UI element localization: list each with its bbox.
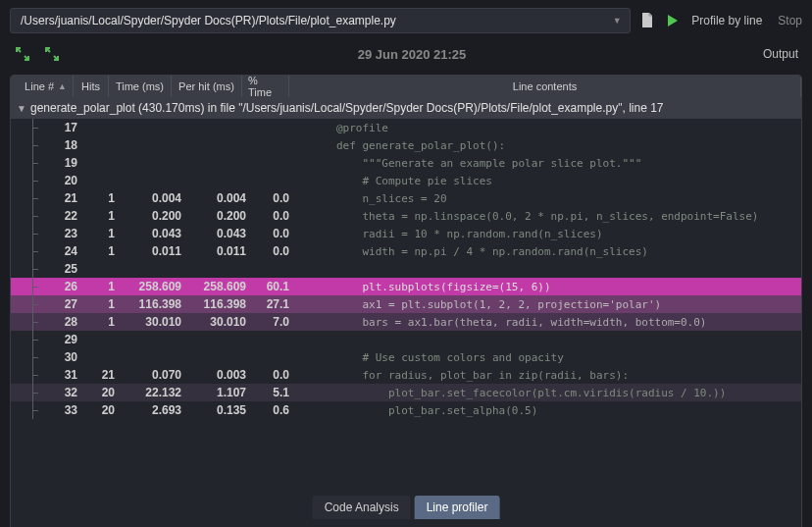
- cell-line: 30: [40, 350, 83, 364]
- cell-pct: 0.0: [250, 227, 297, 240]
- file-path-input[interactable]: /Users/juanis/Local/Spyder/Spyder Docs(P…: [10, 8, 631, 33]
- cell-time: 258.609: [123, 280, 185, 293]
- cell-line: 31: [40, 368, 83, 382]
- cell-perhit: 0.011: [185, 244, 250, 258]
- cell-line: 23: [40, 227, 83, 240]
- profiler-row[interactable]: 322022.1321.1075.1 plot_bar.set_facecolo…: [11, 384, 801, 401]
- cell-time: 0.004: [123, 191, 185, 205]
- profiler-row[interactable]: 29: [11, 331, 801, 348]
- profile-by-line-button[interactable]: Profile by line: [691, 14, 762, 27]
- column-header-hits[interactable]: Hits: [74, 76, 109, 97]
- data-rows: 17@profile18def generate_polar_plot():19…: [11, 119, 801, 419]
- profiler-row[interactable]: 17@profile: [11, 119, 801, 136]
- sub-toolbar: 29 Jun 2020 21:25 Output: [0, 41, 812, 69]
- cell-code: """Generate an example polar slice plot.…: [297, 157, 801, 170]
- cell-code: for radius, plot_bar in zip(radii, bars)…: [297, 369, 801, 382]
- cell-perhit: 30.010: [185, 315, 250, 329]
- cell-perhit: 116.398: [185, 297, 250, 311]
- cell-time: 116.398: [123, 297, 185, 311]
- profiler-row[interactable]: 271116.398116.39827.1 ax1 = plt.subplot(…: [11, 295, 801, 313]
- profiler-row[interactable]: 20 # Compute pie slices: [11, 172, 801, 189]
- cell-line: 32: [40, 386, 83, 399]
- cell-perhit: 258.609: [185, 280, 250, 293]
- profiler-row[interactable]: 25: [11, 260, 801, 278]
- column-header-time[interactable]: Time (ms): [109, 76, 172, 97]
- cell-hits: 1: [83, 297, 123, 311]
- cell-code: plot_bar.set_alpha(0.5): [297, 404, 801, 417]
- cell-hits: 20: [83, 403, 123, 417]
- profiler-row[interactable]: 31210.0700.0030.0 for radius, plot_bar i…: [11, 366, 801, 384]
- column-header-contents[interactable]: Line contents: [289, 76, 801, 97]
- profiler-row[interactable]: 19 """Generate an example polar slice pl…: [11, 154, 801, 172]
- cell-hits: 1: [83, 280, 123, 293]
- cell-time: 0.070: [123, 368, 185, 382]
- tab-code-analysis[interactable]: Code Analysis: [313, 496, 411, 519]
- cell-hits: 1: [83, 315, 123, 329]
- cell-line: 21: [40, 191, 83, 205]
- function-summary-row[interactable]: ▼ generate_polar_plot (430.170ms) in fil…: [11, 97, 801, 119]
- collapse-all-icon[interactable]: [14, 45, 31, 63]
- profiler-row[interactable]: 261258.609258.60960.1 plt.subplots(figsi…: [11, 278, 801, 295]
- cell-line: 25: [40, 262, 83, 276]
- cell-pct: 0.0: [250, 209, 297, 223]
- chevron-down-icon[interactable]: ▼: [608, 12, 626, 29]
- cell-line: 28: [40, 315, 83, 329]
- cell-perhit: 0.135: [185, 403, 250, 417]
- cell-code: width = np.pi / 4 * np.random.rand(n_sli…: [297, 245, 801, 258]
- cell-code: theta = np.linspace(0.0, 2 * np.pi, n_sl…: [297, 210, 801, 223]
- run-timestamp: 29 Jun 2020 21:25: [73, 47, 751, 62]
- cell-time: 2.693: [123, 403, 185, 417]
- cell-time: 0.200: [123, 209, 185, 223]
- cell-line: 19: [40, 156, 83, 170]
- cell-perhit: 0.043: [185, 227, 250, 240]
- cell-code: plt.subplots(figsize=(15, 6)): [297, 281, 801, 293]
- function-summary-text: generate_polar_plot (430.170ms) in file …: [30, 101, 664, 115]
- file-path-text: /Users/juanis/Local/Spyder/Spyder Docs(P…: [21, 14, 608, 27]
- cell-code: def generate_polar_plot():: [297, 139, 801, 152]
- cell-time: 0.011: [123, 244, 185, 258]
- column-header-line[interactable]: Line #▲: [11, 76, 74, 97]
- cell-hits: 21: [83, 368, 123, 382]
- column-header-pct[interactable]: % Time: [242, 76, 289, 97]
- cell-code: plot_bar.set_facecolor(plt.cm.viridis(ra…: [297, 387, 801, 399]
- collapse-caret-icon[interactable]: ▼: [17, 103, 30, 114]
- cell-hits: 1: [83, 209, 123, 223]
- cell-code: bars = ax1.bar(theta, radii, width=width…: [297, 316, 801, 329]
- stop-button[interactable]: Stop: [778, 14, 802, 27]
- profiler-row[interactable]: 33202.6930.1350.6 plot_bar.set_alpha(0.5…: [11, 401, 801, 419]
- column-header-perhit[interactable]: Per hit (ms): [172, 76, 242, 97]
- cell-line: 33: [40, 403, 83, 417]
- file-icon[interactable]: [638, 12, 656, 29]
- cell-pct: 27.1: [250, 297, 297, 311]
- cell-time: 22.132: [123, 386, 185, 399]
- cell-line: 22: [40, 209, 83, 223]
- profiler-panel: Line #▲ Hits Time (ms) Per hit (ms) % Ti…: [10, 75, 802, 527]
- cell-line: 18: [40, 138, 83, 152]
- cell-pct: 0.0: [250, 244, 297, 258]
- profiler-row[interactable]: 2310.0430.0430.0 radii = 10 * np.random.…: [11, 225, 801, 242]
- profiler-row[interactable]: 28130.01030.0107.0 bars = ax1.bar(theta,…: [11, 313, 801, 331]
- cell-pct: 0.6: [250, 403, 297, 417]
- tab-line-profiler[interactable]: Line profiler: [415, 496, 500, 519]
- cell-time: 0.043: [123, 227, 185, 240]
- bottom-tabs: Code Analysis Line profiler: [313, 496, 500, 519]
- cell-perhit: 0.003: [185, 368, 250, 382]
- cell-line: 26: [40, 280, 83, 293]
- cell-code: radii = 10 * np.random.rand(n_slices): [297, 228, 801, 240]
- cell-code: ax1 = plt.subplot(1, 2, 2, projection='p…: [297, 298, 801, 311]
- profiler-row[interactable]: 2110.0040.0040.0 n_slices = 20: [11, 189, 801, 207]
- table-header: Line #▲ Hits Time (ms) Per hit (ms) % Ti…: [11, 76, 801, 97]
- profiler-row[interactable]: 2210.2000.2000.0 theta = np.linspace(0.0…: [11, 207, 801, 225]
- cell-time: 30.010: [123, 315, 185, 329]
- cell-perhit: 1.107: [185, 386, 250, 399]
- output-button[interactable]: Output: [763, 47, 798, 61]
- cell-hits: 1: [83, 191, 123, 205]
- cell-code: n_slices = 20: [297, 192, 801, 205]
- profiler-row[interactable]: 18def generate_polar_plot():: [11, 136, 801, 154]
- cell-pct: 5.1: [250, 386, 297, 399]
- cell-perhit: 0.004: [185, 191, 250, 205]
- profiler-row[interactable]: 2410.0110.0110.0 width = np.pi / 4 * np.…: [11, 242, 801, 260]
- expand-all-icon[interactable]: [43, 45, 61, 63]
- profiler-row[interactable]: 30 # Use custom colors and opacity: [11, 348, 801, 366]
- play-icon[interactable]: [664, 12, 682, 29]
